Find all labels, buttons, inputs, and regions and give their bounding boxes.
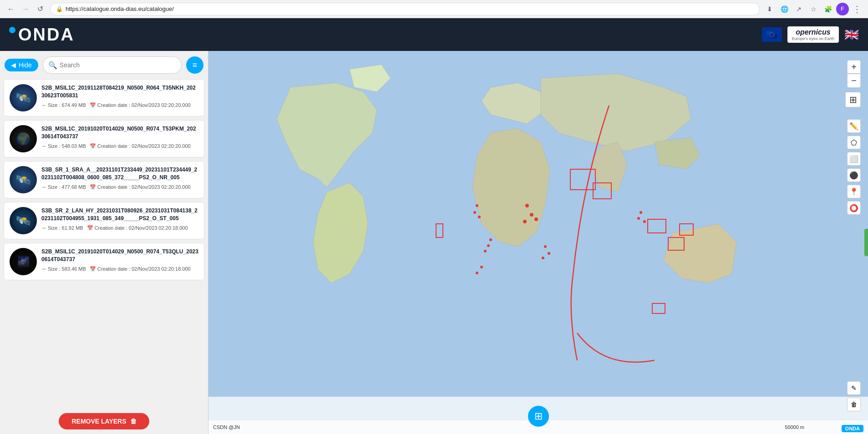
list-item[interactable]: 🌌 S2B_MSIL1C_20191020T014029_N0500_R074_… bbox=[4, 243, 204, 280]
svg-point-22 bbox=[544, 245, 547, 248]
browser-action-buttons: ⬇ 🌐 ↗ ☆ 🧩 F ⋮ bbox=[763, 3, 863, 15]
polygon-tool-button[interactable]: ⬠ bbox=[847, 136, 861, 149]
delete-button[interactable]: 🗑 bbox=[847, 398, 861, 411]
layers-control: ⊞ bbox=[845, 92, 861, 107]
remove-layers-container: REMOVE LAYERS 🗑 bbox=[0, 409, 208, 434]
size-icon: ↔ bbox=[41, 102, 46, 108]
search-icon: 🔍 bbox=[48, 61, 57, 70]
download-page-btn[interactable]: ⬇ bbox=[763, 3, 776, 15]
result-info: S2B_MSIL1C_20191128T084219_N0500_R064_T3… bbox=[41, 84, 198, 111]
calendar-icon: 📅 bbox=[87, 225, 93, 231]
onda-logo: ONDA bbox=[9, 25, 75, 45]
filter-button[interactable]: ≡ bbox=[186, 56, 203, 74]
browser-chrome: ← → ↺ 🔒 https://catalogue.onda-dias.eu/c… bbox=[0, 0, 868, 18]
top-navbar: ONDA 🇪🇺 opernicus Europe's eyes on Earth… bbox=[0, 18, 868, 51]
edit-button[interactable]: ✎ bbox=[847, 381, 861, 395]
attribution-text: CSDN @JN bbox=[213, 424, 240, 430]
share-btn[interactable]: ↗ bbox=[792, 3, 805, 15]
remove-layers-label: REMOVE LAYERS bbox=[71, 418, 126, 425]
result-name: S3B_SR_1_SRA_A__20231101T233449_20231101… bbox=[41, 166, 198, 182]
address-bar[interactable]: 🔒 https://catalogue.onda-dias.eu/catalog… bbox=[50, 3, 760, 15]
hide-button[interactable]: ◀ Hide bbox=[5, 59, 38, 71]
extensions-btn[interactable]: 🧩 bbox=[822, 3, 834, 15]
map-area[interactable]: + − ⊞ ✏️ ⬠ ⬜ ⚫ 📍 ⭕ ✎ 🗑 ⊞ bbox=[208, 51, 868, 434]
bookmark-btn[interactable]: ☆ bbox=[807, 3, 820, 15]
list-item[interactable]: 🌍 S2B_MSIL1C_20191020T014029_N0500_R074_… bbox=[4, 120, 204, 157]
result-size: ↔Size : 583.46 MB bbox=[41, 266, 86, 272]
result-name: S3B_SR_2_LAN_HY_20231031T080926_20231031… bbox=[41, 207, 198, 222]
svg-point-10 bbox=[478, 216, 481, 218]
result-info: S3B_SR_1_SRA_A__20231101T233449_20231101… bbox=[41, 166, 198, 193]
result-date: 📅Creation date : 02/Nov/2023 02:20:20.00… bbox=[90, 184, 191, 190]
url-text: https://catalogue.onda-dias.eu/catalogue… bbox=[66, 5, 174, 12]
reload-button[interactable]: ↺ bbox=[34, 3, 46, 15]
satellite-icon: 🌍 bbox=[16, 132, 30, 146]
svg-point-26 bbox=[476, 272, 478, 274]
remove-layers-button[interactable]: REMOVE LAYERS 🗑 bbox=[59, 413, 149, 429]
layers-button[interactable]: ⊞ bbox=[845, 92, 861, 107]
result-meta: ↔Size : 61.92 MB 📅Creation date : 02/Nov… bbox=[41, 225, 198, 231]
point-tool-button[interactable]: 📍 bbox=[847, 185, 861, 198]
result-size: ↔Size : 477.68 MB bbox=[41, 184, 86, 190]
back-button[interactable]: ← bbox=[5, 3, 17, 15]
pencil-tool-button[interactable]: ✏️ bbox=[847, 119, 861, 133]
svg-point-6 bbox=[523, 220, 527, 223]
list-item[interactable]: 🛰️ S3B_SR_1_SRA_A__20231101T233449_20231… bbox=[4, 161, 204, 198]
side-handle[interactable] bbox=[864, 229, 868, 256]
logo-text: ONDA bbox=[18, 25, 75, 45]
satellite-icon: 🛰️ bbox=[16, 214, 30, 228]
lock-icon: 🔒 bbox=[56, 6, 63, 12]
result-date: 📅Creation date : 02/Nov/2023 02:20:20.00… bbox=[90, 102, 191, 108]
result-date: 📅Creation date : 02/Nov/2023 02:20:18.00… bbox=[90, 266, 191, 272]
zoom-controls: + − bbox=[847, 60, 861, 88]
result-thumbnail: 🛰️ bbox=[10, 166, 37, 193]
left-panel: ◀ Hide 🔍 ≡ 🛰️ S2B_MSIL1C_20191128T bbox=[0, 51, 208, 434]
list-item[interactable]: 🛰️ S2B_MSIL1C_20191128T084219_N0500_R064… bbox=[4, 79, 204, 116]
svg-point-4 bbox=[525, 204, 529, 207]
result-thumbnail: 🛰️ bbox=[10, 207, 37, 234]
opernicus-brand: opernicus bbox=[796, 28, 830, 36]
rectangle-tool-button[interactable]: ⬜ bbox=[847, 152, 861, 166]
zoom-in-button[interactable]: + bbox=[847, 60, 861, 74]
calendar-icon: 📅 bbox=[90, 102, 96, 108]
result-info: S3B_SR_2_LAN_HY_20231031T080926_20231031… bbox=[41, 207, 198, 234]
svg-point-7 bbox=[534, 217, 538, 221]
svg-point-24 bbox=[542, 257, 544, 259]
result-size: ↔Size : 548.03 MB bbox=[41, 143, 86, 149]
svg-point-14 bbox=[640, 211, 642, 214]
main-content: ◀ Hide 🔍 ≡ 🛰️ S2B_MSIL1C_20191128T bbox=[0, 51, 868, 434]
circle-tool-button[interactable]: ⚫ bbox=[847, 168, 861, 182]
profile-btn[interactable]: F bbox=[836, 3, 849, 15]
result-date: 📅Creation date : 02/Nov/2023 02:20:18.00… bbox=[87, 225, 188, 231]
svg-point-23 bbox=[548, 252, 550, 255]
uk-flag: 🇬🇧 bbox=[844, 28, 859, 42]
browser-nav-buttons: ← → ↺ bbox=[5, 3, 46, 15]
search-container: 🔍 bbox=[43, 56, 182, 74]
translate-btn[interactable]: 🌐 bbox=[778, 3, 791, 15]
opernicus-sub: Europe's eyes on Earth bbox=[792, 36, 834, 41]
eu-flag: 🇪🇺 bbox=[762, 27, 782, 42]
onda-badge: ONDA bbox=[842, 425, 863, 432]
opernicus-logo: opernicus Europe's eyes on Earth bbox=[787, 26, 839, 43]
forward-button[interactable]: → bbox=[19, 3, 32, 15]
result-name: S2B_MSIL1C_20191020T014029_N0500_R074_T5… bbox=[41, 125, 198, 141]
ring-tool-button[interactable]: ⭕ bbox=[847, 201, 861, 215]
search-input[interactable] bbox=[43, 56, 182, 74]
result-thumbnail: 🌍 bbox=[10, 125, 37, 152]
app-container: ONDA 🇪🇺 opernicus Europe's eyes on Earth… bbox=[0, 18, 868, 434]
scale-text: 50000 m bbox=[785, 424, 804, 430]
result-size: ↔Size : 61.92 MB bbox=[41, 225, 83, 231]
calendar-icon: 📅 bbox=[90, 184, 96, 190]
svg-point-19 bbox=[489, 238, 492, 241]
satellite-icon: 🛰️ bbox=[16, 91, 30, 105]
zoom-out-button[interactable]: − bbox=[847, 74, 861, 88]
panel-header: ◀ Hide 🔍 ≡ bbox=[0, 51, 208, 79]
grid-view-button[interactable]: ⊞ bbox=[528, 406, 549, 427]
trash-icon: 🗑 bbox=[130, 418, 137, 425]
result-info: S2B_MSIL1C_20191020T014029_N0500_R074_T5… bbox=[41, 125, 198, 152]
result-meta: ↔Size : 548.03 MB 📅Creation date : 02/No… bbox=[41, 143, 198, 149]
list-item[interactable]: 🛰️ S3B_SR_2_LAN_HY_20231031T080926_20231… bbox=[4, 202, 204, 239]
svg-point-20 bbox=[487, 244, 490, 247]
svg-point-16 bbox=[643, 220, 646, 223]
menu-btn[interactable]: ⋮ bbox=[851, 3, 863, 15]
